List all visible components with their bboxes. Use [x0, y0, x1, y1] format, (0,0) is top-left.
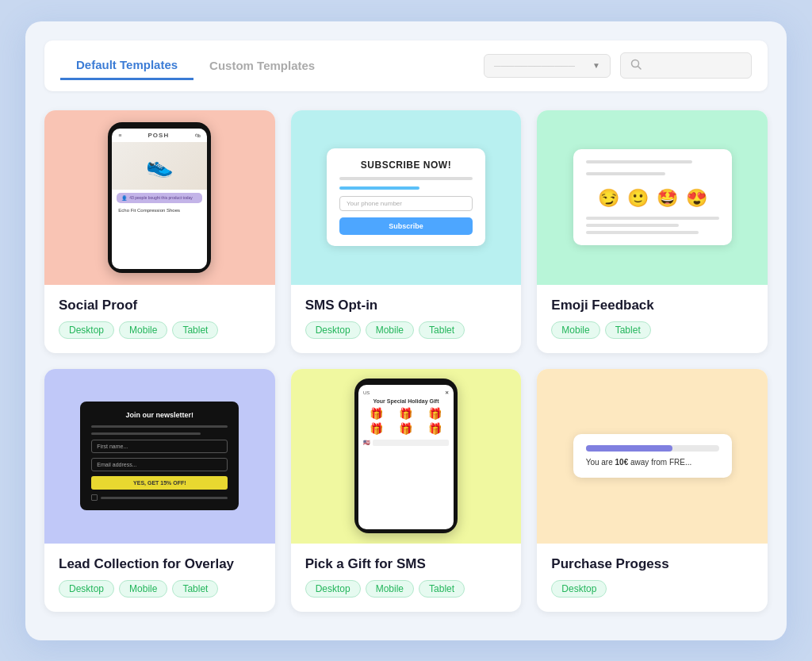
card-title-gift: Pick a Gift for SMS: [305, 556, 508, 572]
tag-tablet: Tablet: [172, 321, 218, 339]
emoji-popup: 😏 🙂 🤩 😍: [573, 149, 732, 245]
card-preview-gift: US ✕ Your Special Holiday Gift 🎁 🎁 🎁 🎁 🎁…: [291, 369, 522, 544]
dropdown-value: ────────────: [494, 60, 575, 71]
card-preview-sms: SUBSCRIBE NOW! Your phone number Subscri…: [291, 110, 522, 285]
tag-desktop-gift: Desktop: [305, 580, 361, 598]
card-title-sms: SMS Opt-in: [305, 298, 508, 313]
card-pick-gift: US ✕ Your Special Holiday Gift 🎁 🎁 🎁 🎁 🎁…: [291, 369, 522, 612]
card-title-purchase: Purchase Progess: [551, 556, 753, 572]
chevron-down-icon: ▼: [592, 61, 600, 70]
tags-lead: Desktop Mobile Tablet: [59, 580, 261, 598]
search-icon: [630, 59, 642, 72]
card-body-sms: SMS Opt-in Desktop Mobile Tablet: [291, 285, 522, 353]
tag-tablet-lead: Tablet: [172, 580, 218, 598]
header: Default Templates Custom Templates ─────…: [44, 40, 768, 91]
card-body-lead: Lead Collection for Overlay Desktop Mobi…: [44, 544, 275, 612]
card-body-purchase: Purchase Progess Desktop: [537, 544, 768, 612]
lead-popup: Join our newsletter! First name... Email…: [80, 402, 239, 510]
card-title-social: Social Proof: [59, 298, 261, 313]
tag-desktop-sms: Desktop: [305, 321, 361, 339]
tab-default-templates[interactable]: Default Templates: [60, 52, 193, 80]
card-lead-collection: Join our newsletter! First name... Email…: [44, 369, 275, 612]
filter-dropdown[interactable]: ──────────── ▼: [484, 54, 611, 78]
phone-mockup-social: ≡ POSH 🛍 👟 👤 43 people bought this produ…: [108, 122, 211, 273]
tag-mobile-lead: Mobile: [119, 580, 167, 598]
card-sms-optin: SUBSCRIBE NOW! Your phone number Subscri…: [291, 110, 522, 353]
sms-popup: SUBSCRIBE NOW! Your phone number Subscri…: [327, 148, 485, 246]
card-body-emoji: Emoji Feedback Mobile Tablet: [537, 285, 768, 353]
tabs: Default Templates Custom Templates: [60, 52, 331, 80]
search-input[interactable]: [646, 60, 741, 71]
gift-phone: US ✕ Your Special Holiday Gift 🎁 🎁 🎁 🎁 🎁…: [354, 379, 458, 533]
tag-mobile-emoji: Mobile: [551, 321, 599, 339]
tag-desktop-purchase: Desktop: [551, 580, 607, 598]
card-title-lead: Lead Collection for Overlay: [59, 556, 261, 572]
tag-tablet-emoji: Tablet: [605, 321, 651, 339]
tags-social: Desktop Mobile Tablet: [59, 321, 261, 339]
tag-mobile: Mobile: [119, 321, 167, 339]
tags-purchase: Desktop: [551, 580, 753, 598]
app-container: Default Templates Custom Templates ─────…: [25, 21, 787, 640]
tags-emoji: Mobile Tablet: [551, 321, 753, 339]
card-preview-emoji: 😏 🙂 🤩 😍: [537, 110, 768, 285]
tab-custom-templates[interactable]: Custom Templates: [193, 52, 331, 80]
card-body-social: Social Proof Desktop Mobile Tablet: [44, 285, 275, 353]
tag-desktop-lead: Desktop: [59, 580, 114, 598]
header-right: ──────────── ▼: [484, 52, 752, 79]
svg-line-1: [638, 67, 642, 70]
tag-mobile-gift: Mobile: [366, 580, 414, 598]
card-social-proof: ≡ POSH 🛍 👟 👤 43 people bought this produ…: [44, 110, 275, 353]
card-preview-social: ≡ POSH 🛍 👟 👤 43 people bought this produ…: [44, 110, 275, 285]
search-box: [620, 52, 752, 79]
tag-desktop: Desktop: [59, 321, 114, 339]
card-emoji-feedback: 😏 🙂 🤩 😍 Emoji Feedback Mobile: [537, 110, 768, 353]
tag-tablet-sms: Tablet: [419, 321, 465, 339]
card-body-gift: Pick a Gift for SMS Desktop Mobile Table…: [291, 544, 522, 612]
tags-sms: Desktop Mobile Tablet: [305, 321, 508, 339]
purchase-popup: You are 10€ away from FRE...: [573, 434, 732, 478]
templates-grid: ≡ POSH 🛍 👟 👤 43 people bought this produ…: [44, 110, 768, 612]
card-purchase-progress: You are 10€ away from FRE... Purchase Pr…: [537, 369, 768, 612]
card-preview-purchase: You are 10€ away from FRE...: [537, 369, 768, 544]
card-preview-lead: Join our newsletter! First name... Email…: [44, 369, 275, 544]
tags-gift: Desktop Mobile Tablet: [305, 580, 508, 598]
tag-mobile-sms: Mobile: [366, 321, 414, 339]
tag-tablet-gift: Tablet: [419, 580, 465, 598]
card-title-emoji: Emoji Feedback: [551, 298, 753, 313]
